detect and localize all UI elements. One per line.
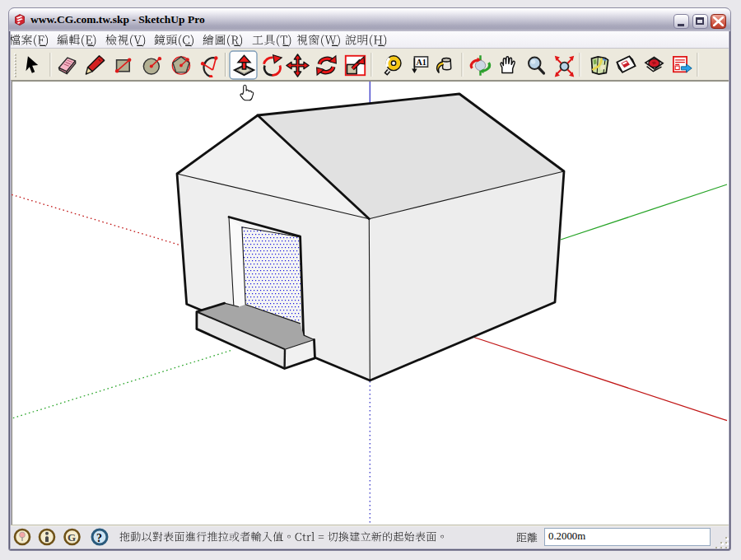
svg-text:G: G bbox=[68, 531, 76, 544]
svg-text:A1: A1 bbox=[416, 57, 426, 66]
svg-text:?: ? bbox=[96, 532, 102, 544]
